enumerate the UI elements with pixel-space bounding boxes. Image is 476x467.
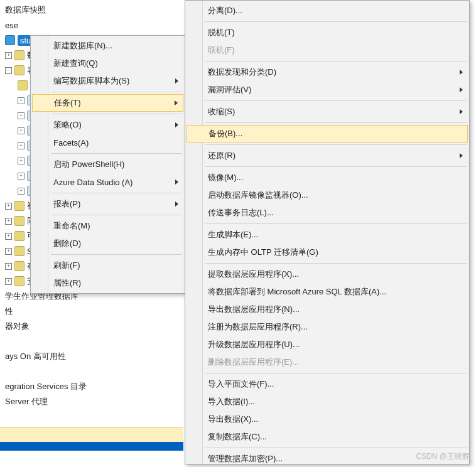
expand-icon[interactable]: + bbox=[5, 218, 12, 225]
menu-item-label: 分离(D)... bbox=[208, 5, 242, 16]
menu-item-label: 生成内存中 OLTP 迁移清单(G) bbox=[208, 247, 318, 258]
expand-icon[interactable]: + bbox=[5, 278, 12, 285]
menu-item[interactable]: 报表(P) bbox=[32, 195, 183, 213]
menu-item[interactable]: Azure Data Studio (A) bbox=[32, 173, 183, 191]
menu-item-label: 注册为数据层应用程序(R)... bbox=[208, 321, 308, 333]
menu-item-label: 删除(D) bbox=[53, 238, 81, 249]
menu-separator bbox=[205, 223, 467, 224]
expand-icon[interactable]: + bbox=[18, 188, 24, 195]
menu-item[interactable]: 删除(D) bbox=[32, 235, 183, 252]
menu-item[interactable]: 漏洞评估(V) bbox=[187, 81, 468, 99]
submenu-arrow-icon bbox=[175, 100, 178, 105]
menu-item-label: 脱机(T) bbox=[208, 27, 235, 38]
menu-item[interactable]: 将数据库部署到 Microsoft Azure SQL 数据库(A)... bbox=[187, 283, 468, 301]
menu-item-label: 数据发现和分类(D) bbox=[208, 67, 276, 78]
menu-item[interactable]: 刷新(F) bbox=[32, 257, 183, 274]
menu-item[interactable]: 镜像(M)... bbox=[187, 169, 468, 186]
menu-item[interactable]: 启动 PowerShell(H) bbox=[32, 156, 183, 173]
menu-item-label: 报表(P) bbox=[53, 198, 80, 210]
menu-item[interactable]: 提取数据层应用程序(X)... bbox=[187, 266, 468, 283]
menu-item-label: Facets(A) bbox=[53, 138, 89, 148]
menu-item-label: 任务(T) bbox=[54, 97, 81, 109]
menu-item[interactable]: 备份(B)... bbox=[187, 125, 468, 142]
menu-item[interactable]: 导入数据(I)... bbox=[187, 393, 468, 411]
expand-icon[interactable]: + bbox=[18, 142, 24, 149]
expand-icon[interactable]: + bbox=[5, 248, 12, 255]
menu-item-label: 新建数据库(N)... bbox=[53, 40, 112, 51]
watermark: CSDN @王晓辉 bbox=[416, 451, 470, 462]
menu-item[interactable]: 升级数据层应用程序(U)... bbox=[187, 336, 468, 353]
menu-item[interactable]: 属性(R) bbox=[32, 274, 183, 292]
menu-item[interactable]: 生成内存中 OLTP 迁移清单(G) bbox=[187, 244, 468, 261]
menu-item[interactable]: 重命名(M) bbox=[32, 217, 183, 235]
menu-item-label: 新建查询(Q) bbox=[53, 58, 98, 69]
expand-icon[interactable]: − bbox=[5, 67, 12, 74]
menu-separator bbox=[205, 263, 467, 264]
submenu-arrow-icon bbox=[175, 78, 178, 83]
menu-item-label: Azure Data Studio (A) bbox=[53, 178, 133, 187]
menu-item-label: 启动 PowerShell(H) bbox=[53, 159, 124, 170]
submenu-arrow-icon bbox=[460, 70, 463, 75]
menu-item[interactable]: 生成脚本(E)... bbox=[187, 226, 468, 244]
menu-separator bbox=[51, 254, 182, 255]
menu-separator bbox=[205, 144, 467, 145]
menu-separator bbox=[51, 114, 182, 114]
expand-icon[interactable]: + bbox=[18, 173, 24, 180]
menu-item[interactable]: 导入平面文件(F)... bbox=[187, 375, 468, 393]
folder-icon bbox=[18, 80, 28, 90]
menu-item-label: 属性(R) bbox=[53, 277, 81, 289]
menu-item-label: 删除数据层应用程序(E)... bbox=[208, 357, 299, 368]
menu-item[interactable]: 导出数据层应用程序(N)... bbox=[187, 301, 468, 318]
menu-separator bbox=[205, 373, 467, 373]
menu-item-label: 策略(O) bbox=[53, 119, 82, 131]
menu-item-label: 编写数据库脚本为(S) bbox=[53, 75, 129, 87]
menu-item-label: 导出数据层应用程序(N)... bbox=[208, 304, 300, 315]
expand-icon[interactable]: + bbox=[18, 158, 24, 164]
menu-item-label: 漏洞评估(V) bbox=[208, 84, 251, 95]
menu-separator bbox=[205, 122, 467, 123]
expand-icon[interactable]: + bbox=[5, 263, 12, 270]
folder-icon bbox=[14, 201, 24, 211]
menu-item[interactable]: 脱机(T) bbox=[187, 24, 468, 41]
expand-icon[interactable]: + bbox=[18, 112, 24, 119]
menu-item[interactable]: 策略(O) bbox=[32, 116, 183, 134]
menu-item[interactable]: 编写数据库脚本为(S) bbox=[32, 72, 183, 90]
expand-icon[interactable]: + bbox=[18, 97, 24, 104]
context-menu-primary[interactable]: 新建数据库(N)...新建查询(Q)编写数据库脚本为(S)任务(T)策略(O)F… bbox=[30, 35, 185, 294]
menu-item-label: 导入平面文件(F)... bbox=[208, 378, 274, 390]
menu-item[interactable]: 数据发现和分类(D) bbox=[187, 63, 468, 81]
menu-item[interactable]: 还原(R) bbox=[187, 147, 468, 164]
menu-item[interactable]: 启动数据库镜像监视器(O)... bbox=[187, 186, 468, 204]
menu-separator bbox=[205, 100, 467, 101]
menu-item[interactable]: 导出数据(X)... bbox=[187, 411, 468, 428]
menu-item-label: 传送事务日志(L)... bbox=[208, 207, 274, 218]
menu-item-label: 收缩(S) bbox=[208, 106, 235, 117]
submenu-arrow-icon bbox=[175, 122, 178, 127]
menu-item[interactable]: 新建查询(Q) bbox=[32, 55, 183, 72]
menu-separator bbox=[51, 92, 182, 92]
expand-icon[interactable]: + bbox=[5, 233, 12, 240]
folder-icon bbox=[14, 50, 24, 60]
folder-icon bbox=[14, 276, 24, 286]
folder-icon bbox=[14, 246, 24, 256]
submenu-arrow-icon bbox=[460, 153, 463, 158]
menu-item[interactable]: 传送事务日志(L)... bbox=[187, 204, 468, 222]
expand-icon[interactable]: + bbox=[5, 52, 12, 59]
menu-item-label: 提取数据层应用程序(X)... bbox=[208, 269, 299, 280]
expand-icon[interactable]: + bbox=[5, 203, 12, 210]
context-menu-tasks[interactable]: 分离(D)...脱机(T)联机(F)数据发现和分类(D)漏洞评估(V)收缩(S)… bbox=[185, 0, 470, 464]
menu-separator bbox=[205, 448, 467, 448]
menu-item[interactable]: 收缩(S) bbox=[187, 103, 468, 121]
menu-item[interactable]: 注册为数据层应用程序(R)... bbox=[187, 318, 468, 336]
menu-item[interactable]: 任务(T) bbox=[32, 94, 183, 112]
menu-item[interactable]: 分离(D)... bbox=[187, 2, 468, 19]
menu-item-label: 将数据库部署到 Microsoft Azure SQL 数据库(A)... bbox=[208, 286, 386, 298]
menu-item-label: 启动数据库镜像监视器(O)... bbox=[208, 190, 308, 201]
menu-item[interactable]: Facets(A) bbox=[32, 134, 183, 151]
submenu-arrow-icon bbox=[175, 201, 178, 207]
menu-item-label: 升级数据层应用程序(U)... bbox=[208, 339, 300, 350]
expand-icon[interactable]: + bbox=[18, 127, 24, 134]
menu-item-label: 管理数据库加密(P)... bbox=[208, 453, 283, 464]
menu-item[interactable]: 新建数据库(N)... bbox=[32, 37, 183, 55]
menu-item[interactable]: 复制数据库(C)... bbox=[187, 428, 468, 446]
